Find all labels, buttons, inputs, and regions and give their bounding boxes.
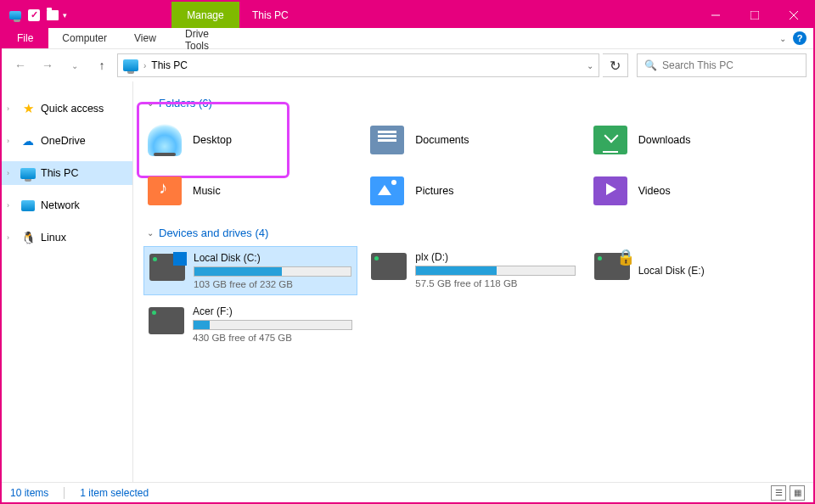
back-button[interactable]: ← <box>8 53 32 77</box>
drive-free-text: 103 GB free of 232 GB <box>194 279 351 289</box>
drive-icon <box>149 307 184 334</box>
drive-f[interactable]: Acer (F:) 430 GB free of 475 GB <box>143 300 357 348</box>
collapse-icon: ⌄ <box>147 98 154 108</box>
tab-computer[interactable]: Computer <box>48 28 121 48</box>
drive-free-text: 57.5 GB free of 118 GB <box>415 278 575 288</box>
up-button[interactable]: ↑ <box>90 53 114 77</box>
expand-icon[interactable]: › <box>7 137 17 145</box>
sidebar-item-onedrive[interactable]: › ☁ OneDrive <box>2 129 132 153</box>
pictures-icon <box>370 176 404 205</box>
sidebar-label: Quick access <box>41 103 104 115</box>
group-title: Folders (6) <box>159 97 212 109</box>
documents-icon <box>370 126 404 154</box>
status-selection: 1 item selected <box>80 487 149 499</box>
maximize-button[interactable] <box>735 2 774 28</box>
address-text: This PC <box>151 59 188 71</box>
navigation-pane: › ★ Quick access › ☁ OneDrive › This PC … <box>2 81 133 482</box>
desktop-icon <box>148 124 182 156</box>
app-icon <box>8 8 22 22</box>
drive-e[interactable]: Local Disk (E:) <box>589 246 803 295</box>
tab-file[interactable]: File <box>2 28 48 48</box>
forward-button[interactable]: → <box>36 53 59 77</box>
search-input[interactable]: 🔍 Search This PC <box>637 53 807 77</box>
qat-customize-icon[interactable]: ▾ <box>63 11 67 20</box>
folder-label: Videos <box>638 185 671 197</box>
drive-label: Acer (F:) <box>193 305 352 317</box>
group-title: Devices and drives (4) <box>159 227 268 239</box>
network-icon <box>20 198 36 213</box>
expand-icon[interactable]: › <box>7 233 17 242</box>
sidebar-item-network[interactable]: › Network <box>2 193 132 217</box>
folder-music[interactable]: Music <box>143 167 357 215</box>
folder-label: Desktop <box>193 134 232 146</box>
folder-label: Music <box>193 185 221 197</box>
minimize-button[interactable] <box>696 2 735 28</box>
sidebar-item-linux[interactable]: › 🐧 Linux <box>2 226 132 249</box>
titlebar: ✓ ▾ Manage This PC <box>2 2 813 28</box>
expand-icon[interactable]: › <box>7 104 17 113</box>
view-large-icons-button[interactable]: ▦ <box>790 485 805 501</box>
window-title: This PC <box>252 2 289 28</box>
sidebar-label: Network <box>41 199 80 211</box>
status-bar: 10 items 1 item selected ☰ ▦ <box>2 482 813 502</box>
folder-label: Pictures <box>415 185 453 197</box>
address-dropdown-icon[interactable]: ⌄ <box>587 61 593 70</box>
search-placeholder: Search This PC <box>662 59 734 71</box>
pc-icon <box>20 165 36 181</box>
folder-label: Documents <box>415 134 469 146</box>
address-bar[interactable]: › This PC ⌄ <box>117 53 599 77</box>
sidebar-label: This PC <box>41 167 78 179</box>
drive-usage-bar <box>193 320 352 330</box>
drive-label: Local Disk (C:) <box>194 252 351 264</box>
linux-icon: 🐧 <box>20 230 36 245</box>
drive-c[interactable]: Local Disk (C:) 103 GB free of 232 GB <box>143 246 357 295</box>
sidebar-item-this-pc[interactable]: › This PC <box>2 161 132 185</box>
folder-videos[interactable]: Videos <box>589 167 803 215</box>
ribbon-collapse-icon[interactable]: ⌄ <box>779 34 786 43</box>
sidebar-label: Linux <box>41 232 66 244</box>
status-separator <box>64 487 65 499</box>
group-header-folders[interactable]: ⌄ Folders (6) <box>147 97 803 109</box>
videos-icon <box>593 176 627 205</box>
close-button[interactable] <box>774 2 813 28</box>
folder-desktop[interactable]: Desktop <box>143 116 357 164</box>
breadcrumb-sep-icon: › <box>143 61 146 70</box>
sidebar-label: OneDrive <box>41 135 86 147</box>
drive-usage-bar <box>194 266 351 277</box>
folder-label: Downloads <box>638 134 691 146</box>
music-icon <box>148 176 182 205</box>
qat-properties-icon[interactable]: ✓ <box>27 8 41 22</box>
drive-icon <box>149 254 185 281</box>
folder-pictures[interactable]: Pictures <box>366 167 580 215</box>
expand-icon[interactable]: › <box>7 169 17 177</box>
status-item-count: 10 items <box>10 487 48 499</box>
help-icon[interactable]: ? <box>793 31 807 45</box>
qat-newfolder-icon[interactable] <box>46 8 59 22</box>
sidebar-item-quick-access[interactable]: › ★ Quick access <box>2 97 132 120</box>
recent-locations-icon[interactable]: ⌄ <box>63 53 87 77</box>
drive-d[interactable]: plx (D:) 57.5 GB free of 118 GB <box>366 246 580 295</box>
ribbon-tabs: File Computer View Drive Tools ⌄ ? <box>2 28 813 49</box>
expand-icon[interactable]: › <box>7 201 17 210</box>
star-icon: ★ <box>20 101 36 116</box>
collapse-icon: ⌄ <box>147 228 154 238</box>
cloud-icon: ☁ <box>20 133 36 148</box>
ribbon-context-label: Manage <box>171 2 239 28</box>
view-details-button[interactable]: ☰ <box>771 485 786 501</box>
drive-free-text: 430 GB free of 475 GB <box>193 333 352 343</box>
drive-usage-bar <box>415 266 575 276</box>
tab-view[interactable]: View <box>121 28 170 48</box>
tab-drive-tools[interactable]: Drive Tools <box>171 28 239 52</box>
folder-documents[interactable]: Documents <box>366 116 580 164</box>
drive-icon <box>371 253 407 280</box>
refresh-button[interactable]: ↻ <box>603 53 628 77</box>
drive-locked-icon <box>594 253 630 280</box>
drive-label: Local Disk (E:) <box>638 265 798 277</box>
search-icon: 🔍 <box>644 59 657 71</box>
content-pane: ⌄ Folders (6) Desktop Documents Download… <box>133 81 813 482</box>
group-header-drives[interactable]: ⌄ Devices and drives (4) <box>147 227 803 239</box>
svg-rect-1 <box>750 11 759 20</box>
navigation-bar: ← → ⌄ ↑ › This PC ⌄ ↻ 🔍 Search This PC <box>2 49 813 81</box>
folder-downloads[interactable]: Downloads <box>589 116 803 164</box>
downloads-icon <box>593 126 627 154</box>
